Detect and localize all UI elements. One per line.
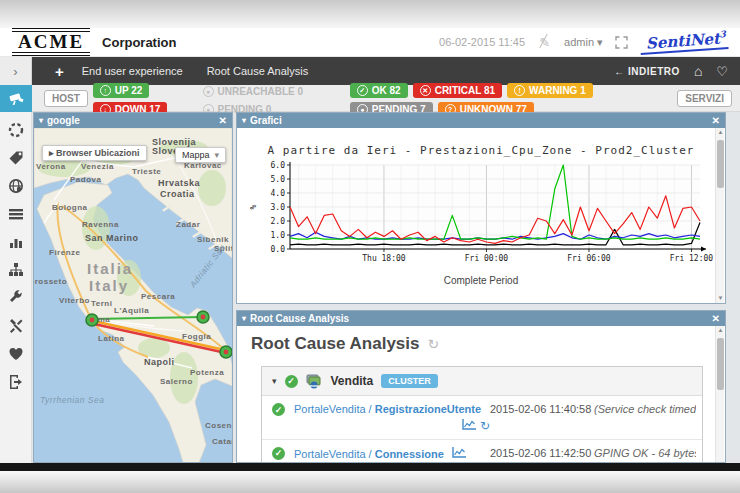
rca-heading: Root Cause Analysis <box>251 334 419 354</box>
charts-panel-title: Grafici <box>250 115 282 126</box>
svg-text:1.0: 1.0 <box>271 231 286 240</box>
check-timestamp: 2015-02-06 11:40:58 <box>490 403 594 415</box>
group-caret-icon[interactable]: ▾ <box>272 376 277 386</box>
monitoring-camera-icon <box>8 91 25 106</box>
sidebar <box>0 112 32 463</box>
sidebar-item-monitoring-active[interactable] <box>0 85 32 112</box>
host-status-unreachable: ●UNREACHABLE 0 <box>203 86 304 97</box>
map-label: Verona <box>36 162 66 171</box>
window-bottom-edge <box>0 463 740 471</box>
close-icon[interactable]: ✕ <box>712 115 720 126</box>
nav-tab-end-user-experience[interactable]: End user experience <box>82 65 183 77</box>
rca-row[interactable]: ✓PortaleVendita / RegistrazioneUtente↻20… <box>262 396 702 440</box>
nav-tab-root-cause-analysis[interactable]: Root Cause Analysis <box>207 65 309 77</box>
group-status-icon: ✓ <box>285 375 298 388</box>
sidebar-item-globe[interactable] <box>6 176 26 195</box>
charts-scrollbar[interactable]: ▲ ▼ <box>715 128 724 303</box>
fullscreen-icon[interactable] <box>615 36 628 49</box>
host-label-badge: HOST <box>44 90 88 107</box>
add-tab-button[interactable]: + <box>55 63 64 80</box>
back-button[interactable]: ← INDIETRO <box>614 66 680 77</box>
cluster-badge: CLUSTER <box>381 374 438 388</box>
host-link[interactable]: PortaleVendita <box>294 403 366 415</box>
refresh-icon[interactable]: ↻ <box>427 336 439 352</box>
map-label: Viterbo <box>59 296 90 305</box>
svg-text:Fri 06:00: Fri 06:00 <box>567 254 611 263</box>
scrollbar-thumb[interactable] <box>717 338 724 390</box>
app-header: ACME Corporation 06-02-2015 11:45 ✎ admi… <box>0 28 740 57</box>
check-output-message: (Service check timed out after 60.01 sec… <box>594 403 696 415</box>
service-badge-warning[interactable]: !WARNING 1 <box>507 83 593 98</box>
map-panel-header[interactable]: ▾ google ✕ <box>34 113 232 128</box>
map-panel-title: google <box>47 115 80 126</box>
close-icon[interactable]: ✕ <box>219 115 227 126</box>
service-links: PortaleVendita / Connessione <box>294 447 490 462</box>
map-label: Pescara <box>141 292 175 301</box>
map-label: Catanzaro <box>212 437 232 446</box>
tools-icon <box>8 318 24 334</box>
sidebar-item-radar-circle[interactable] <box>6 120 26 139</box>
rca-group-row[interactable]: ▾ ✓ www Vendita CLUSTER <box>262 367 702 396</box>
scroll-up-icon[interactable]: ▲ <box>716 128 725 137</box>
rca-panel-header[interactable]: ▾ Root Cause Analysis ✕ <box>237 311 725 326</box>
browse-locations-button[interactable]: ▸ Browser Ubicazioni <box>42 145 147 161</box>
chevron-down-icon: ▾ <box>214 150 219 160</box>
sidebar-item-sitemap[interactable] <box>6 260 26 279</box>
chart-xlabel: Complete Period <box>237 275 725 286</box>
host-link[interactable]: PortaleVendita <box>294 448 366 460</box>
refresh-icon[interactable]: ↻ <box>480 420 490 432</box>
collapse-caret-icon[interactable]: ▾ <box>242 116 246 125</box>
sidebar-item-bar-chart[interactable] <box>6 232 26 251</box>
graph-icon-wrap[interactable] <box>452 447 466 462</box>
user-menu[interactable]: admin ▾ <box>564 36 603 49</box>
status-circle-icon: ● <box>203 86 214 97</box>
sidebar-item-list[interactable] <box>6 204 26 223</box>
sidebar-item-tools[interactable] <box>6 316 26 335</box>
scrollbar-thumb[interactable] <box>717 140 724 188</box>
map-canvas[interactable]: SlovenijaSloveniaVeronaVeneziaTriesteKar… <box>34 128 232 462</box>
wrench-icon <box>8 290 24 306</box>
map-host-marker-core <box>201 315 206 320</box>
check-timestamp: 2015-02-06 11:42:50 <box>490 447 594 459</box>
sidebar-item-wrench[interactable] <box>6 288 26 307</box>
rca-scrollbar[interactable]: ▲ <box>715 326 724 462</box>
edit-disabled-icon[interactable]: ✎ <box>537 35 552 50</box>
svg-text:0.0: 0.0 <box>271 245 286 254</box>
group-name[interactable]: Vendita <box>331 374 374 388</box>
scroll-down-icon[interactable]: ▼ <box>716 294 725 303</box>
service-link[interactable]: RegistrazioneUtente <box>375 403 481 415</box>
rca-row[interactable]: ✓PortaleVendita / Connessione2015-02-06 … <box>262 440 702 463</box>
map-type-dropdown[interactable]: Mappa ▾ <box>175 147 226 163</box>
map-label: Bologna <box>52 203 88 212</box>
header-datetime: 06-02-2015 11:45 <box>439 36 525 48</box>
svg-text:4.0: 4.0 <box>271 189 286 198</box>
home-icon[interactable]: ⌂ <box>694 64 702 78</box>
service-link[interactable]: Connessione <box>375 448 444 460</box>
svg-text:Thu 18:00: Thu 18:00 <box>362 254 406 263</box>
sidebar-item-logout[interactable] <box>6 372 26 391</box>
map-label: Hrvatska <box>158 178 201 188</box>
sentinet-logo: SentiNet3 <box>639 29 729 55</box>
check-output-message: GPING OK - 64 bytes from 127.0.0.1: icmp… <box>594 447 696 459</box>
graph-icon[interactable] <box>452 447 466 458</box>
map-label: Sibenik <box>197 235 229 244</box>
sidebar-item-heart[interactable] <box>6 344 26 363</box>
scroll-up-icon[interactable]: ▲ <box>716 326 725 335</box>
service-badge-ok[interactable]: ✓OK 82 <box>350 83 408 98</box>
host-badge-up[interactable]: ↑UP 22 <box>93 83 150 98</box>
charts-panel-header[interactable]: ▾ Grafici ✕ <box>237 113 725 128</box>
service-links: PortaleVendita / RegistrazioneUtente↻ <box>294 403 490 434</box>
collapse-caret-icon[interactable]: ▾ <box>242 314 246 323</box>
service-badge-critical[interactable]: ✕CRITICAL 81 <box>413 83 502 98</box>
graph-icon[interactable] <box>462 419 476 430</box>
sidebar-item-tag[interactable] <box>6 148 26 167</box>
map-label: Foggia <box>182 332 211 341</box>
svg-text:%: % <box>249 204 258 209</box>
close-icon[interactable]: ✕ <box>712 313 720 324</box>
graph-icon-wrap[interactable] <box>462 419 476 434</box>
logout-icon <box>8 374 24 390</box>
sidebar-collapse-button[interactable]: › <box>0 57 32 85</box>
heart-icon <box>8 346 24 362</box>
collapse-caret-icon[interactable]: ▾ <box>39 116 43 125</box>
favorite-heart-icon[interactable]: ♡ <box>716 65 728 78</box>
